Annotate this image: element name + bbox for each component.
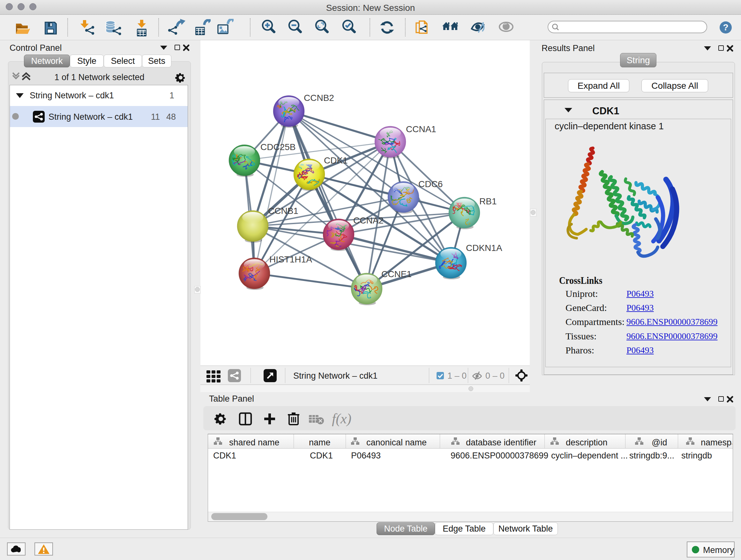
svg-text:CCNA1: CCNA1 bbox=[406, 124, 436, 134]
svg-text:RB1: RB1 bbox=[479, 196, 496, 206]
svg-text:CDK1: CDK1 bbox=[324, 155, 348, 165]
svg-text:CDC25B: CDC25B bbox=[260, 142, 295, 152]
svg-text:CCNB1: CCNB1 bbox=[268, 206, 298, 216]
svg-text:CCNE1: CCNE1 bbox=[381, 269, 412, 279]
svg-text:CCNB2: CCNB2 bbox=[304, 93, 334, 103]
svg-text:CDC6: CDC6 bbox=[418, 179, 443, 189]
svg-text:CDKN1A: CDKN1A bbox=[466, 243, 502, 253]
svg-text:HIST1H1A: HIST1H1A bbox=[269, 254, 312, 264]
svg-text:CCNA2: CCNA2 bbox=[353, 215, 384, 226]
